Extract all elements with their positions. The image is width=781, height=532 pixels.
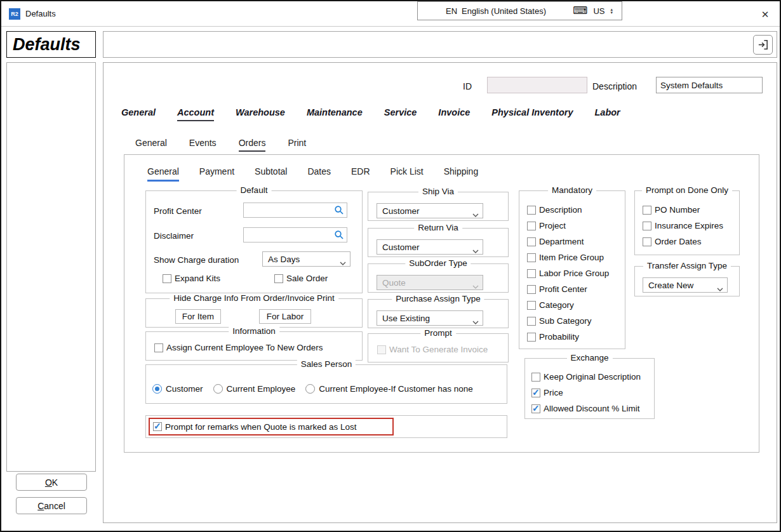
suborder-type-legend: SubOrder Type: [405, 258, 471, 268]
for-item-toggle[interactable]: For Item: [175, 309, 221, 324]
insurance-expires-checkbox[interactable]: Insurance Expires: [643, 221, 723, 230]
chevron-down-icon: [472, 246, 479, 255]
exit-button[interactable]: [753, 35, 773, 55]
mandatory-item-price-group-checkbox[interactable]: Item Price Group: [527, 253, 604, 262]
orderstab-general[interactable]: General: [147, 166, 179, 182]
sidebar-list-panel: [6, 62, 96, 472]
orderstab-dates[interactable]: Dates: [307, 166, 331, 182]
hide-charge-info-group: Hide Charge Info From Order/Invoice Prin…: [145, 298, 363, 328]
subtab-events[interactable]: Events: [189, 138, 217, 152]
app-icon: R2: [9, 8, 20, 20]
purchase-assign-type-select[interactable]: Use Existing: [377, 310, 483, 326]
default-group: Default Profit Center Disclaimer: [145, 190, 363, 293]
checkbox-box: [527, 269, 536, 278]
mandatory-description-checkbox[interactable]: Description: [527, 205, 582, 215]
radio-current-employee-label: Current Employee: [227, 384, 296, 394]
checkbox-label: Sub Category: [539, 316, 592, 326]
mandatory-legend: Mandatory: [548, 185, 596, 195]
mandatory-category-checkbox[interactable]: Category: [527, 300, 574, 310]
po-number-checkbox[interactable]: PO Number: [643, 205, 700, 215]
mandatory-department-checkbox[interactable]: Department: [527, 237, 584, 246]
subtab-orders[interactable]: Orders: [239, 138, 266, 152]
cancel-label-underline: C: [37, 501, 44, 511]
keyboard-layout-label[interactable]: US: [593, 6, 604, 16]
checkbox-label: Profit Center: [539, 284, 587, 294]
expand-kits-checkbox[interactable]: Expand Kits: [163, 274, 220, 283]
disclaimer-field[interactable]: [243, 227, 347, 243]
radio-customer[interactable]: Customer: [152, 384, 203, 394]
mandatory-probability-checkbox[interactable]: Probability: [527, 332, 579, 342]
description-field[interactable]: [656, 77, 763, 93]
main-tab-bar: General Account Warehouse Maintenance Se…: [121, 107, 620, 121]
purchase-assign-type-value: Use Existing: [382, 314, 430, 323]
ship-via-value: Customer: [382, 206, 420, 216]
prompt-remarks-checkbox[interactable]: Prompt for remarks when Quote is marked …: [150, 422, 357, 432]
ship-via-group: Ship Via Customer: [368, 192, 509, 221]
expand-kits-label: Expand Kits: [175, 274, 220, 283]
checkbox-box: [154, 343, 163, 352]
ok-button[interactable]: OK: [16, 474, 87, 491]
tab-labor[interactable]: Labor: [594, 107, 620, 121]
language-bar[interactable]: EN English (United States) ⌨ US ▴▾: [417, 1, 622, 20]
radio-current-employee-if-none[interactable]: Current Employee-If Customer has none: [305, 384, 472, 394]
cancel-button[interactable]: Cancel: [16, 497, 87, 514]
spinner-icon[interactable]: ▴▾: [610, 8, 613, 14]
disclaimer-label: Disclaimer: [154, 231, 194, 241]
want-generate-invoice-checkbox: Want To Generate Invoice: [377, 345, 488, 354]
subtab-print[interactable]: Print: [288, 138, 306, 152]
assign-current-employee-label: Assign Current Employee To New Orders: [166, 343, 323, 352]
tab-physical-inventory[interactable]: Physical Inventory: [491, 107, 573, 121]
mandatory-group: Mandatory Description Project Department…: [519, 190, 625, 349]
transfer-assign-type-select[interactable]: Create New: [643, 277, 728, 293]
keep-original-description-checkbox[interactable]: Keep Original Description: [531, 372, 641, 382]
show-charge-duration-label: Show Charge duration: [154, 255, 239, 265]
mandatory-profit-center-checkbox[interactable]: Profit Center: [527, 284, 587, 294]
suborder-type-select: Quote: [377, 275, 483, 290]
orderstab-shipping[interactable]: Shipping: [444, 166, 479, 182]
checkbox-box: [527, 206, 536, 215]
mandatory-project-checkbox[interactable]: Project: [527, 221, 566, 230]
tab-service[interactable]: Service: [384, 107, 417, 121]
tab-warehouse[interactable]: Warehouse: [236, 107, 285, 121]
ship-via-select[interactable]: Customer: [377, 203, 483, 218]
orderstab-pick-list[interactable]: Pick List: [390, 166, 424, 182]
mandatory-labor-price-group-checkbox[interactable]: Labor Price Group: [527, 269, 609, 278]
checkbox-label: Price: [544, 388, 563, 397]
checkbox-box: [527, 301, 536, 310]
language-code[interactable]: EN: [446, 6, 457, 16]
for-labor-toggle[interactable]: For Labor: [259, 309, 311, 324]
assign-current-employee-checkbox[interactable]: Assign Current Employee To New Orders: [154, 343, 323, 352]
sale-order-checkbox[interactable]: Sale Order: [274, 274, 328, 283]
mandatory-sub-category-checkbox[interactable]: Sub Category: [527, 316, 592, 326]
chevron-down-icon: [340, 258, 346, 267]
titlebar: R2 Defaults EN English (United States) ⌨…: [1, 1, 780, 27]
close-icon[interactable]: ✕: [756, 6, 775, 23]
orderstab-edr[interactable]: EDR: [351, 166, 370, 182]
order-dates-checkbox[interactable]: Order Dates: [643, 237, 702, 246]
language-name[interactable]: English (United States): [462, 6, 546, 16]
checkbox-label: Order Dates: [655, 237, 702, 246]
price-checkbox[interactable]: Price: [531, 388, 563, 397]
allowed-discount-limit-checkbox[interactable]: Allowed Discount % Limit: [531, 404, 640, 413]
tab-general[interactable]: General: [121, 107, 156, 121]
id-field[interactable]: [487, 77, 587, 93]
subtab-general[interactable]: General: [135, 138, 167, 152]
sales-person-group: Sales Person Customer Current Employee C…: [145, 364, 507, 404]
orderstab-payment[interactable]: Payment: [199, 166, 234, 182]
chevron-down-icon: [472, 209, 479, 219]
return-via-select[interactable]: Customer: [377, 239, 483, 255]
tab-maintenance[interactable]: Maintenance: [307, 107, 363, 121]
radio-current-employee[interactable]: Current Employee: [213, 384, 296, 394]
tab-account[interactable]: Account: [177, 107, 214, 121]
main-toolbar: [103, 31, 777, 58]
cancel-label-rest: ancel: [44, 501, 65, 511]
chevron-down-icon: [472, 317, 479, 326]
search-icon[interactable]: [334, 205, 344, 217]
orderstab-subtotal[interactable]: Subtotal: [255, 166, 287, 182]
tab-invoice[interactable]: Invoice: [438, 107, 470, 121]
checkbox-label: Allowed Discount % Limit: [544, 404, 640, 413]
ok-label-rest: K: [52, 477, 58, 488]
search-icon[interactable]: [334, 230, 344, 242]
show-charge-duration-select[interactable]: As Days: [262, 251, 350, 267]
profit-center-field[interactable]: [243, 203, 347, 218]
